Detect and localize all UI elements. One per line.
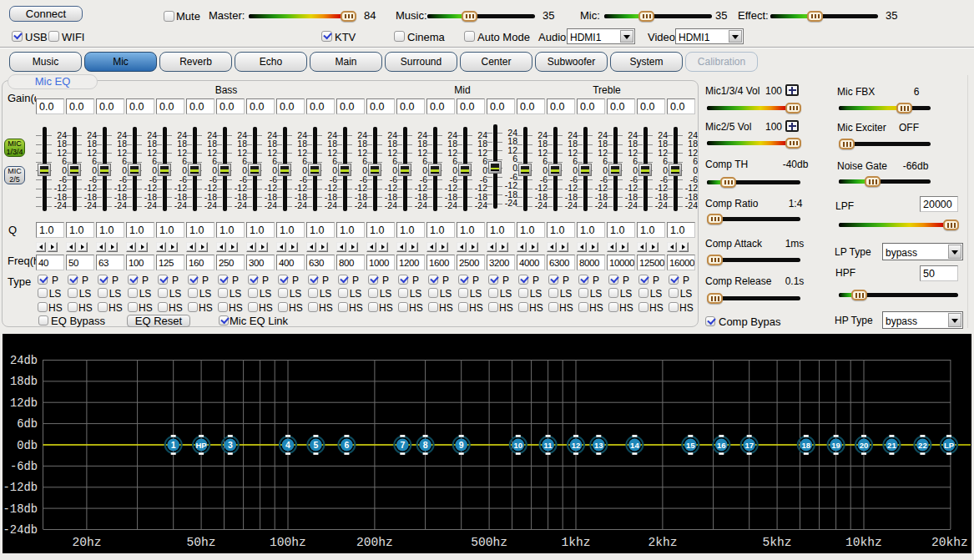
svg-text:500hz: 500hz <box>471 536 507 549</box>
svg-text:12: 12 <box>572 441 581 450</box>
svg-text:11: 11 <box>544 441 553 450</box>
svg-text:18: 18 <box>802 441 811 450</box>
svg-text:200hz: 200hz <box>356 536 393 549</box>
svg-text:-24db: -24db <box>3 524 38 537</box>
svg-text:8: 8 <box>423 440 428 450</box>
svg-text:6: 6 <box>344 440 349 450</box>
svg-text:6db: 6db <box>17 418 38 431</box>
svg-text:LP: LP <box>944 441 955 450</box>
svg-text:17: 17 <box>744 441 754 450</box>
svg-text:14: 14 <box>630 441 639 450</box>
svg-text:4: 4 <box>285 440 290 450</box>
svg-text:10: 10 <box>514 441 523 450</box>
svg-text:12db: 12db <box>10 397 38 410</box>
svg-text:-18db: -18db <box>3 503 38 516</box>
svg-text:15: 15 <box>686 441 695 450</box>
svg-text:18db: 18db <box>10 376 38 388</box>
svg-text:24db: 24db <box>10 355 38 367</box>
svg-text:19: 19 <box>831 441 840 450</box>
svg-text:100hz: 100hz <box>270 536 306 549</box>
svg-text:-6db: -6db <box>10 461 38 473</box>
svg-text:3: 3 <box>228 440 233 450</box>
svg-text:1khz: 1khz <box>561 536 590 549</box>
svg-text:13: 13 <box>594 441 603 450</box>
svg-text:5: 5 <box>313 440 318 450</box>
svg-text:9: 9 <box>459 440 464 450</box>
svg-text:7: 7 <box>400 440 405 450</box>
svg-text:0db: 0db <box>17 440 38 452</box>
svg-text:1: 1 <box>171 440 176 450</box>
svg-text:10khz: 10khz <box>845 536 882 549</box>
svg-text:5khz: 5khz <box>763 536 792 549</box>
svg-text:22: 22 <box>918 441 927 450</box>
svg-text:2khz: 2khz <box>648 536 677 549</box>
svg-text:HP: HP <box>195 441 207 450</box>
svg-text:50hz: 50hz <box>187 536 216 549</box>
svg-text:20: 20 <box>860 441 869 450</box>
svg-text:-12db: -12db <box>3 482 38 494</box>
svg-text:21: 21 <box>887 441 896 450</box>
svg-text:20khz: 20khz <box>931 536 968 549</box>
svg-text:20hz: 20hz <box>72 536 101 549</box>
svg-text:16: 16 <box>717 441 726 450</box>
